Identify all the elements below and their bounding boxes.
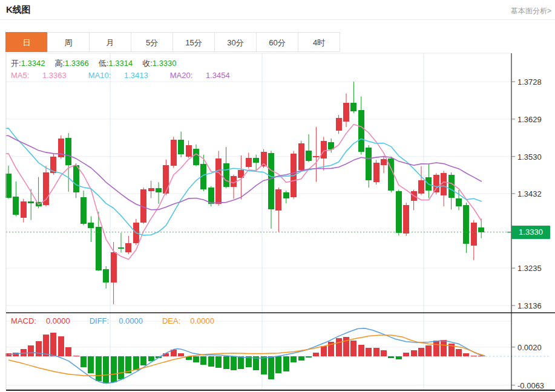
tab-30min[interactable]: 30分	[214, 32, 257, 52]
candle-body	[246, 158, 252, 167]
candle-body	[118, 247, 124, 249]
macd-bar-negative	[223, 356, 229, 369]
candle-body	[418, 180, 424, 194]
period-tab-bar: 日周月5分15分30分60分4时	[6, 32, 340, 52]
candle-body	[268, 153, 274, 210]
macd-bar-positive	[336, 338, 342, 356]
candle-body	[163, 165, 169, 194]
candle-body	[103, 269, 109, 283]
candle-body	[321, 141, 327, 158]
macd-bar-positive	[358, 345, 364, 356]
macd-bar-negative	[200, 356, 206, 365]
candle-body	[358, 110, 364, 152]
candle-body	[223, 163, 229, 187]
macd-bar-positive	[350, 341, 356, 356]
macd-bar-negative	[133, 356, 139, 370]
candle-body	[73, 165, 79, 192]
macd-bar-negative	[215, 356, 222, 368]
macd-bar-negative	[96, 356, 102, 381]
candle-body	[456, 198, 462, 207]
macd-bar-positive	[58, 336, 64, 356]
tab-month[interactable]: 月	[89, 32, 131, 52]
macd-bar-negative	[208, 356, 214, 367]
macd-bar-positive	[471, 356, 477, 357]
macd-bar-negative	[268, 356, 274, 379]
macd-bar-positive	[28, 345, 34, 356]
candlestick-series[interactable]	[5, 82, 484, 304]
macd-bar-positive	[411, 350, 417, 356]
macd-bar-negative	[275, 356, 281, 373]
candle-body	[463, 205, 469, 244]
candle-body	[208, 188, 214, 204]
macd-bar-negative	[238, 356, 244, 369]
macd-bar-positive	[381, 350, 387, 356]
macd-bar-positive	[425, 345, 432, 356]
candle-body	[111, 252, 117, 283]
macd-bar-positive	[403, 353, 409, 356]
macd-bar-positive	[73, 356, 79, 357]
candle-body	[28, 201, 34, 203]
macd-bar-negative	[118, 356, 124, 379]
macd-bar-negative	[298, 356, 304, 361]
candle-body	[381, 159, 387, 165]
candle-body	[178, 140, 184, 154]
macd-bar-negative	[396, 356, 402, 359]
candle-body	[306, 151, 312, 161]
candle-body	[343, 103, 349, 122]
candle-body	[193, 149, 199, 165]
candle-body	[471, 223, 477, 246]
candle-body	[396, 191, 402, 233]
tab-week[interactable]: 周	[47, 32, 90, 52]
macd-bar-positive	[178, 353, 184, 356]
candle-body	[96, 227, 102, 270]
candle-body	[186, 145, 192, 157]
macd-bar-positive	[441, 340, 447, 356]
candle-body	[275, 189, 281, 210]
macd-bar-positive	[433, 341, 439, 356]
tab-15min[interactable]: 15分	[172, 32, 215, 52]
candle-body	[298, 143, 304, 170]
macd-histogram[interactable]	[5, 333, 484, 384]
macd-bar-positive	[321, 346, 327, 357]
macd-bar-positive	[456, 349, 462, 356]
macd-bar-negative	[283, 356, 289, 371]
tab-4hour[interactable]: 4时	[298, 32, 340, 52]
candle-body	[125, 243, 131, 252]
candle-body	[148, 188, 154, 191]
candle-body	[88, 223, 94, 228]
macd-bar-positive	[463, 353, 469, 356]
macd-bar-negative	[231, 356, 237, 370]
candle-body	[283, 192, 289, 198]
candle-body	[313, 156, 319, 158]
tab-5min[interactable]: 5分	[131, 32, 173, 52]
macd-bar-negative	[140, 356, 146, 365]
candle-body	[336, 118, 342, 131]
macd-bar-negative	[306, 356, 312, 358]
tab-day[interactable]: 日	[5, 32, 48, 52]
macd-bar-negative	[261, 356, 267, 374]
candle-body	[13, 197, 19, 215]
macd-bar-negative	[388, 356, 394, 358]
macd-bar-negative	[88, 356, 94, 373]
candle-body	[65, 138, 71, 165]
macd-bar-negative	[80, 356, 87, 367]
kline-app: K线图 基本面分析> 日周月5分15分30分60分4时 开:1.3342高:1.…	[0, 0, 555, 392]
candle-body	[403, 205, 409, 234]
candle-body	[171, 140, 177, 166]
candle-body	[350, 103, 356, 111]
kline-chart-canvas[interactable]	[0, 0, 555, 392]
candle-body	[448, 175, 455, 198]
tab-60min[interactable]: 60分	[256, 32, 298, 52]
macd-bar-positive	[366, 348, 372, 356]
macd-bar-positive	[36, 341, 42, 356]
macd-bar-negative	[291, 356, 297, 362]
macd-bar-negative	[103, 356, 109, 384]
macd-bar-negative	[193, 356, 199, 362]
candle-body	[215, 158, 222, 204]
macd-bar-positive	[418, 348, 424, 356]
candle-body	[373, 163, 379, 182]
candle-body	[478, 227, 484, 232]
candle-body	[433, 175, 439, 192]
macd-bar-positive	[65, 347, 71, 356]
macd-bar-positive	[43, 335, 49, 356]
